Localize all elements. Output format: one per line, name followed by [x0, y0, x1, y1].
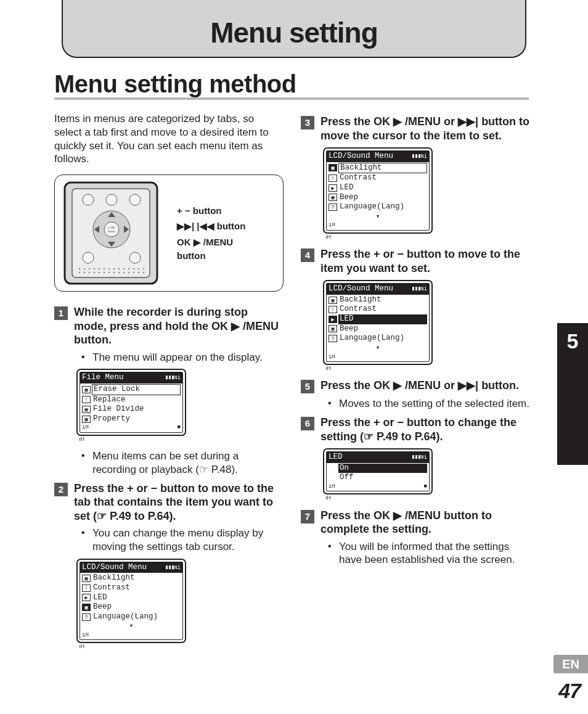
battery-icon: ▮▮▮	[165, 374, 174, 382]
step-5: 5 Press the OK ▶ /MENU or ▶▶| button.	[301, 379, 530, 393]
lcd-footer: ıH	[80, 631, 182, 639]
step-number: 2	[54, 483, 68, 496]
lcd-row: ▣Erase Lock	[81, 384, 181, 395]
chapter-title: Menu setting	[63, 16, 525, 49]
lcd-title-text: LCD/Sound Menu	[329, 152, 393, 162]
battery-icon: ▮▮▮	[411, 285, 420, 293]
battery-ni-label: Ni	[174, 375, 181, 381]
lcd-title-text: LCD/Sound Menu	[329, 284, 393, 294]
lcd-row: ▣Property	[81, 414, 181, 424]
svg-point-24	[123, 268, 125, 270]
battery-ni-label: Ni	[420, 154, 427, 160]
svg-point-14	[129, 252, 141, 263]
step-1-notes: The menu will appear on the display.	[81, 351, 284, 364]
step-6: 6 Press the + or − button to change the …	[301, 416, 530, 443]
lcd-row-label: Erase Lock	[92, 384, 181, 395]
lcd-row-label: Language(Lang)	[338, 202, 427, 212]
battery-icon: ▮▮▮	[411, 153, 420, 161]
heading-rule	[54, 97, 529, 100]
device-illustration-box: ▷OK MENU + − button ▶▶| |◀◀ button OK ▶ …	[54, 174, 284, 292]
svg-point-19	[99, 268, 100, 270]
content-columns: Items in menus are categorized by tabs, …	[54, 110, 535, 657]
step-number: 3	[301, 116, 314, 129]
lcd-title-bar: LED ▮▮▮Ni	[327, 452, 429, 463]
lcd-footer: ıH■	[327, 483, 429, 491]
step-4: 4 Press the + or − button to move to the…	[301, 247, 530, 275]
chapter-header: Menu setting	[62, 0, 526, 58]
step-text: While the recorder is during stop mode, …	[74, 305, 284, 347]
manual-page: Menu setting Menu setting method Items i…	[0, 0, 588, 714]
side-chapter-label: Menu setting method	[568, 370, 579, 463]
note-item: The menu will appear on the display.	[81, 351, 284, 364]
lcd-row: ▣Backlight	[328, 295, 428, 305]
lcd-row-label: Backlight	[338, 163, 427, 174]
lcd-row: ▶LED	[81, 593, 181, 603]
step-number: 4	[301, 248, 314, 262]
lcd-row: !Contrast	[328, 305, 428, 314]
lcd-row-label: Beep	[338, 193, 427, 203]
svg-point-23	[118, 268, 120, 270]
step-text: Press the OK ▶ /MENU or ▶▶| button to mo…	[321, 115, 530, 142]
skip-symbol: ▶▶| |◀◀	[177, 221, 214, 231]
step-number: 1	[54, 306, 68, 320]
lcd-row: ▣Beep	[328, 324, 428, 334]
lcd-sound-menu-backlight: LCD/Sound Menu ▮▮▮Ni ▣Backlight!Contrast…	[323, 147, 433, 241]
lcd-title-bar: LCD/Sound Menu ▮▮▮Ni	[327, 151, 429, 162]
svg-point-17	[89, 268, 91, 270]
lcd-row-label: Replace	[92, 395, 181, 405]
lcd-row: ▣Backlight	[81, 573, 181, 583]
step-1-notes-2: Menu items can be set during a recording…	[81, 449, 284, 477]
lcd-row-label: LED	[92, 593, 181, 603]
ok-menu-symbol: OK ▶ /MENU	[177, 237, 233, 247]
step-1: 1 While the recorder is during stop mode…	[54, 305, 284, 347]
svg-point-13	[83, 252, 94, 263]
step-7-notes: You will be informed that the settings h…	[328, 540, 530, 567]
lcd-title-text: LED	[329, 453, 343, 462]
lcd-row: !Replace	[81, 395, 181, 405]
lcd-row-label: Backlight	[338, 295, 427, 305]
battery-ni-label: Ni	[420, 286, 427, 292]
lcd-row-label: Property	[92, 414, 181, 424]
svg-point-38	[123, 272, 125, 274]
svg-point-29	[79, 272, 81, 274]
svg-point-26	[133, 268, 135, 270]
lcd-sound-menu-beep: LCD/Sound Menu ▮▮▮Ni ▣Backlight!Contrast…	[76, 559, 186, 651]
svg-point-22	[113, 268, 115, 270]
svg-point-37	[118, 272, 120, 274]
step-text: Press the + or − button to move to the i…	[321, 247, 530, 275]
page-number: 47	[558, 679, 581, 703]
svg-text:MENU: MENU	[108, 230, 115, 233]
note-item: You will be informed that the settings h…	[328, 540, 530, 567]
svg-point-28	[143, 268, 145, 270]
svg-point-20	[104, 268, 105, 270]
recorder-illustration: ▷OK MENU	[61, 181, 166, 285]
scroll-down-icon	[81, 622, 181, 631]
lcd-row: ?Language(Lang)	[328, 202, 428, 212]
battery-ni-label: Ni	[420, 454, 427, 461]
lcd-title-bar: LCD/Sound Menu ▮▮▮Ni	[327, 284, 429, 295]
lcd-title-text: File Menu	[82, 373, 124, 383]
plus-minus-symbol: + −	[177, 205, 190, 216]
lcd-row: !Contrast	[81, 583, 181, 593]
scroll-down-icon	[328, 343, 428, 353]
lcd-row: ▣File Divide	[81, 404, 181, 414]
svg-point-35	[108, 272, 110, 274]
lcd-footer: ıH■	[80, 424, 182, 432]
lcd-row-label: Beep	[338, 324, 427, 334]
lcd-row: ▣Beep	[328, 193, 428, 203]
lcd-title-text: LCD/Sound Menu	[82, 563, 147, 573]
language-badge: EN	[553, 655, 588, 673]
lcd-row-label: Contrast	[338, 173, 427, 183]
lcd-row-label: Off	[338, 473, 427, 483]
svg-point-27	[138, 268, 140, 270]
lcd-row-label: Language(Lang)	[338, 334, 427, 343]
step-text: Press the OK ▶ /MENU button to complete …	[321, 509, 530, 536]
lcd-row: ▣Backlight	[328, 163, 428, 174]
svg-point-10	[104, 222, 119, 237]
svg-text:▷OK: ▷OK	[108, 226, 115, 229]
lcd-row-label: Contrast	[92, 583, 181, 593]
svg-point-42	[143, 272, 145, 274]
lcd-row: !Contrast	[328, 173, 428, 183]
svg-point-3	[106, 194, 117, 205]
lcd-row-label: On	[338, 464, 427, 474]
